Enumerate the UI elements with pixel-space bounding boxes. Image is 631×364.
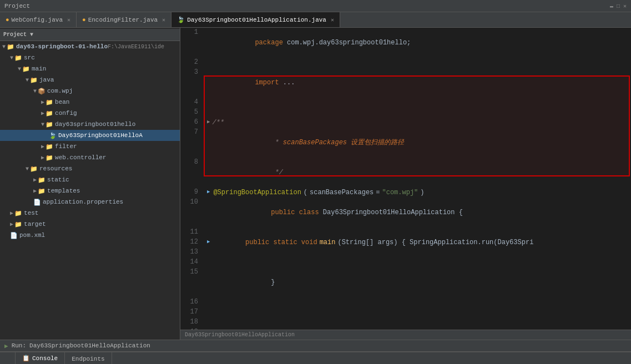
tab-day63[interactable]: 🍃 Day63Springboot01HelloApplication.java… xyxy=(171,12,340,28)
line-code-10[interactable]: public class Day63Springboot01HelloAppli… xyxy=(203,198,631,228)
arrow-bean: ▶ xyxy=(41,99,44,105)
tab-console[interactable]: 📋 Console xyxy=(16,352,65,365)
line-num-15: 15 xyxy=(180,267,203,297)
tab-day63-icon: 🍃 xyxy=(177,16,185,23)
tab-webconfig-label: WebConfig.java xyxy=(12,17,63,23)
line-num-18: 18 xyxy=(180,317,203,327)
sidebar-header-label: Project ▼ xyxy=(3,32,33,38)
tree-item-day63class[interactable]: 🍃 Day63Springboot01HelloA xyxy=(0,130,180,141)
line-num-1: 1 xyxy=(180,28,203,58)
line-num-17: 17 xyxy=(180,307,203,317)
tree-label-src: src xyxy=(24,54,35,61)
code-line-16: 16 xyxy=(180,297,631,307)
tree-item-target[interactable]: ▶ 📁 target xyxy=(0,219,180,230)
arrow-root: ▼ xyxy=(2,44,6,50)
console-toolbar xyxy=(0,352,16,364)
arrow-filter: ▶ xyxy=(41,143,44,150)
tree-label-pom: pom.xml xyxy=(19,232,45,239)
tree-label-templates: templates xyxy=(47,188,80,194)
tab-encoding[interactable]: ● EncodingFilter.java ✕ xyxy=(77,12,171,28)
line-code-3[interactable]: import ... xyxy=(203,68,631,98)
line-code-18[interactable] xyxy=(203,317,631,327)
line-num-2: 2 xyxy=(180,58,203,68)
tree-item-main[interactable]: ▼ 📁 main xyxy=(0,63,180,74)
folder-static-icon: 📁 xyxy=(38,176,46,184)
fold-icon-6: ▶ xyxy=(207,119,210,127)
run-bar: ▶ Run: Day63Springboot01HelloApplication xyxy=(0,340,631,352)
run-label: Run: xyxy=(12,342,26,349)
tree-item-src[interactable]: ▼ 📁 src xyxy=(0,52,180,63)
file-day63-icon: 🍃 xyxy=(49,132,57,139)
line-code-13[interactable] xyxy=(203,247,631,257)
tree-item-templates[interactable]: ▶ 📁 templates xyxy=(0,185,180,196)
line-code-2[interactable] xyxy=(203,58,631,68)
line-code-17[interactable] xyxy=(203,307,631,317)
line-code-7[interactable]: * scanBasePackages 设置包扫描的路径 xyxy=(203,128,631,158)
tree-item-java[interactable]: ▼ 📁 java xyxy=(0,74,180,85)
endpoints-tab-label: Endpoints xyxy=(72,356,104,362)
folder-resources-icon: 📁 xyxy=(30,165,38,173)
line-code-19[interactable] xyxy=(203,327,631,330)
tree-label-resources: resources xyxy=(39,165,72,172)
project-icon: 📁 xyxy=(7,43,14,50)
tree-item-bean[interactable]: ▶ 📁 bean xyxy=(0,97,180,108)
tab-encoding-close[interactable]: ✕ xyxy=(162,17,165,23)
tree-item-pom[interactable]: 📄 pom.xml xyxy=(0,230,180,241)
tree-item-webcontroller[interactable]: ▶ 📁 web.controller xyxy=(0,152,180,163)
tree-item-resources[interactable]: ▼ 📁 resources xyxy=(0,163,180,174)
arrow-test: ▶ xyxy=(10,210,13,216)
line-code-16[interactable] xyxy=(203,297,631,307)
line-num-13: 13 xyxy=(180,247,203,257)
package-day63-icon: 📁 xyxy=(46,121,53,128)
editor-area: 1 package com.wpj.day63springboot01hello… xyxy=(180,28,631,340)
code-line-15: 15 } xyxy=(180,267,631,297)
tree-label-webcontroller: web.controller xyxy=(55,154,106,161)
arrow-static: ▶ xyxy=(33,176,37,183)
line-num-14: 14 xyxy=(180,257,203,267)
line-num-16: 16 xyxy=(180,297,203,307)
line-num-4: 4 xyxy=(180,98,203,108)
code-content[interactable]: 1 package com.wpj.day63springboot01hello… xyxy=(180,28,631,330)
tree-item-day63pkg[interactable]: ▼ 📁 day63springboot01hello xyxy=(0,119,180,130)
line-num-19: 19 xyxy=(180,327,203,330)
code-line-9: 9 ▶ @SpringBootApplication(scanBasePacka… xyxy=(180,188,631,198)
line-code-5[interactable] xyxy=(203,108,631,118)
line-code-12[interactable]: ▶ public static void main(String[] args)… xyxy=(203,237,631,247)
line-code-8[interactable]: */ xyxy=(203,158,631,188)
code-line-18: 18 xyxy=(180,317,631,327)
line-num-12: 12 xyxy=(180,237,203,247)
code-line-13: 13 xyxy=(180,247,631,257)
tab-webconfig-dot: ● xyxy=(6,17,9,23)
line-code-15[interactable]: } xyxy=(203,267,631,297)
folder-target-icon: 📁 xyxy=(14,221,22,228)
line-code-6[interactable]: ▶ /** xyxy=(203,118,631,128)
line-code-4[interactable] xyxy=(203,98,631,108)
tree-label-static: static xyxy=(47,176,69,183)
tree-label-bean: bean xyxy=(55,99,69,105)
file-appprops-icon: 📄 xyxy=(33,199,41,206)
tab-day63-close[interactable]: ✕ xyxy=(331,17,334,23)
tree-item-config[interactable]: ▶ 📁 config xyxy=(0,108,180,119)
tree-item-test[interactable]: ▶ 📁 test xyxy=(0,208,180,219)
tab-endpoints[interactable]: Endpoints xyxy=(65,352,112,365)
package-filter-icon: 📁 xyxy=(46,143,53,150)
tree-item-root[interactable]: ▼ 📁 day63-springboot-01-hello F:\JavaEE1… xyxy=(0,41,180,52)
line-code-1[interactable]: package com.wpj.day63springboot01hello; xyxy=(203,28,631,58)
tree-item-comwpj[interactable]: ▼ 📦 com.wpj xyxy=(0,85,180,97)
line-code-14[interactable] xyxy=(203,257,631,267)
package-webcontroller-icon: 📁 xyxy=(46,154,53,161)
tree-label-test: test xyxy=(24,210,38,216)
arrow-src: ▼ xyxy=(10,55,13,61)
tab-webconfig-close[interactable]: ✕ xyxy=(67,17,70,23)
line-code-11[interactable] xyxy=(203,228,631,237)
title-bar: Project ▬ □ ✕ xyxy=(0,0,631,12)
line-code-9[interactable]: ▶ @SpringBootApplication(scanBasePackage… xyxy=(203,188,631,198)
tree-item-filter[interactable]: ▶ 📁 filter xyxy=(0,141,180,152)
folder-test-icon: 📁 xyxy=(14,210,22,217)
line-num-8: 8 xyxy=(180,158,203,188)
title-controls: ▬ □ ✕ xyxy=(610,3,627,9)
tree-item-appprops[interactable]: 📄 application.properties xyxy=(0,196,180,208)
folder-src-icon: 📁 xyxy=(14,54,22,62)
tab-webconfig[interactable]: ● WebConfig.java ✕ xyxy=(0,12,77,28)
tree-item-static[interactable]: ▶ 📁 static xyxy=(0,174,180,185)
